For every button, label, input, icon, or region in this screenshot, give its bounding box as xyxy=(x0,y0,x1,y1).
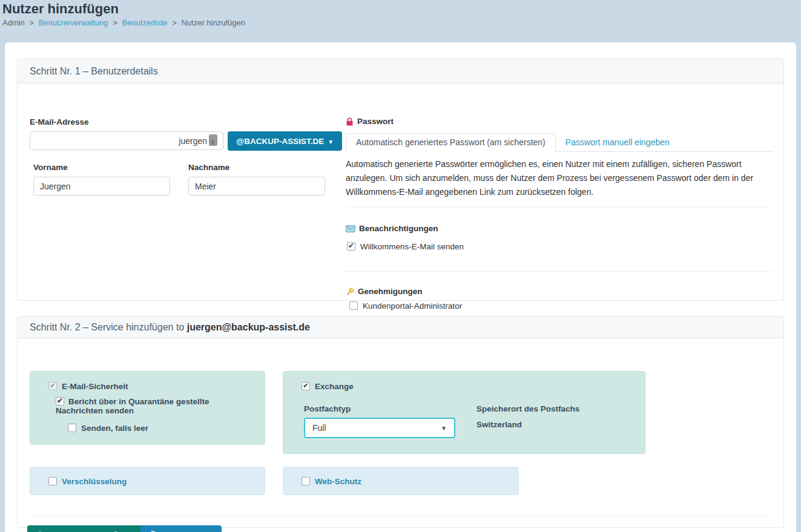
chevron-down-icon: ▼ xyxy=(328,139,334,145)
step1-panel: Schritt Nr. 1 – Benutzerdetails E-Mail-A… xyxy=(17,59,784,301)
password-section-heading: Passwort xyxy=(346,117,394,126)
welcome-email-checkbox-label: Willkommens-E-Mail senden xyxy=(360,242,464,251)
send-if-empty-checkbox[interactable] xyxy=(68,424,76,432)
send-if-empty-label: Senden, falls leer xyxy=(81,424,148,433)
divider xyxy=(30,516,773,516)
breadcrumb-separator: > xyxy=(113,18,117,27)
vorname-label: Vorname xyxy=(33,163,68,172)
postfachtyp-label: Postfachtyp xyxy=(304,404,351,413)
breadcrumb-benutzerliste-link[interactable]: Benutzerliste xyxy=(122,18,167,27)
permissions-section-heading: Genehmigungen xyxy=(346,287,423,296)
email-label: E-Mail-Adresse xyxy=(30,117,89,126)
web-protection-checkbox-row: Web-Schutz xyxy=(302,477,361,486)
email-input[interactable] xyxy=(30,131,223,150)
chevron-down-icon: ▼ xyxy=(441,425,447,432)
password-tabs: Automatisch generiertes Passwort (am sic… xyxy=(346,133,773,152)
content-sheet: Schritt Nr. 1 – Benutzerdetails E-Mail-A… xyxy=(5,42,796,532)
key-icon xyxy=(346,287,354,296)
web-protection-checkbox[interactable] xyxy=(302,477,310,485)
tab-manual-password[interactable]: Passwort manuell eingeben xyxy=(556,134,679,151)
breadcrumb-separator: > xyxy=(172,18,177,27)
welcome-email-checkbox-row: Willkommens-E-Mail senden xyxy=(347,242,464,251)
cancel-button[interactable]: ABBRECHEN xyxy=(140,525,222,532)
step1-panel-header: Schritt Nr. 1 – Benutzerdetails xyxy=(18,59,783,84)
portal-admin-checkbox[interactable] xyxy=(349,301,358,310)
quarantine-report-checkbox-row: Bericht über in Quarantäne gestellte Nac… xyxy=(56,397,255,415)
encryption-checkbox-row: Verschlüsselung xyxy=(48,477,127,486)
email-security-checkbox-row: E-Mail-Sicherheit xyxy=(48,382,128,391)
encryption-label: Verschlüsselung xyxy=(62,477,127,486)
add-user-page: Nutzer hinzufügen Admin > Benutzerverwal… xyxy=(0,0,801,532)
service-card-encryption: Verschlüsselung xyxy=(30,467,265,495)
nachname-label: Nachname xyxy=(188,163,229,172)
email-security-checkbox[interactable] xyxy=(48,382,57,390)
notifications-section-heading: Benachrichtigungen xyxy=(346,224,438,233)
mailbox-location-value: Switzerland xyxy=(476,420,522,429)
tab-auto-password[interactable]: Automatisch generiertes Passwort (am sic… xyxy=(346,133,556,152)
breadcrumb: Admin > Benutzerverwaltung > Benutzerlis… xyxy=(2,18,245,27)
breadcrumb-separator: > xyxy=(29,18,34,27)
portal-admin-checkbox-label: Kundenportal-Administrator xyxy=(363,301,462,310)
exchange-checkbox-row: Exchange xyxy=(302,382,354,391)
exchange-checkbox[interactable] xyxy=(302,382,310,390)
step2-header-email: juergen@backup-assist.de xyxy=(187,322,310,332)
step2-panel-header: Schritt Nr. 2 – Service hinzufügen to ju… xyxy=(18,317,783,338)
welcome-email-checkbox[interactable] xyxy=(347,242,355,251)
quarantine-report-label: Bericht über in Quarantäne gestellte Nac… xyxy=(56,397,209,415)
email-security-label: E-Mail-Sicherheit xyxy=(62,382,128,391)
page-title: Nutzer hinzufügen xyxy=(2,1,119,17)
breadcrumb-current: Nutzer hinzufügen xyxy=(181,18,245,27)
breadcrumb-admin: Admin xyxy=(2,18,25,27)
postfachtyp-select[interactable]: Full ▼ xyxy=(304,418,455,438)
password-description: Automatisch generierte Passwörter ermögl… xyxy=(346,157,773,199)
breadcrumb-benutzerverwaltung-link[interactable]: Benutzerverwaltung xyxy=(39,18,108,27)
service-card-email-security: E-Mail-Sicherheit Bericht über in Quaran… xyxy=(30,371,265,445)
postfachtyp-selected-value: Full xyxy=(312,423,326,433)
exchange-label: Exchange xyxy=(315,382,354,391)
quarantine-report-checkbox[interactable] xyxy=(56,397,64,406)
vorname-input[interactable] xyxy=(33,177,170,195)
divider xyxy=(346,271,773,272)
nachname-input[interactable] xyxy=(188,177,325,195)
service-card-web-protection: Web-Schutz xyxy=(283,467,519,495)
text-cursor-handle[interactable] xyxy=(209,134,217,146)
divider xyxy=(346,208,773,208)
mailbox-location-label: Speicherort des Postfachs xyxy=(476,404,579,413)
encryption-checkbox[interactable] xyxy=(48,477,57,485)
portal-admin-checkbox-row: Kundenportal-Administrator xyxy=(349,301,462,310)
envelope-icon xyxy=(346,225,355,232)
send-if-empty-checkbox-row: Senden, falls leer xyxy=(68,424,148,433)
add-user-button[interactable]: NUTZER HINZUFÜGEN ▼ xyxy=(27,525,156,532)
service-card-exchange: Exchange Postfachtyp Full ▼ Speicherort … xyxy=(283,371,645,454)
domain-dropdown-button[interactable]: @BACKUP-ASSIST.DE▼ xyxy=(228,131,342,151)
web-protection-label: Web-Schutz xyxy=(315,477,361,486)
lock-icon xyxy=(346,117,354,126)
step2-panel: Schritt Nr. 2 – Service hinzufügen to ju… xyxy=(17,316,784,528)
